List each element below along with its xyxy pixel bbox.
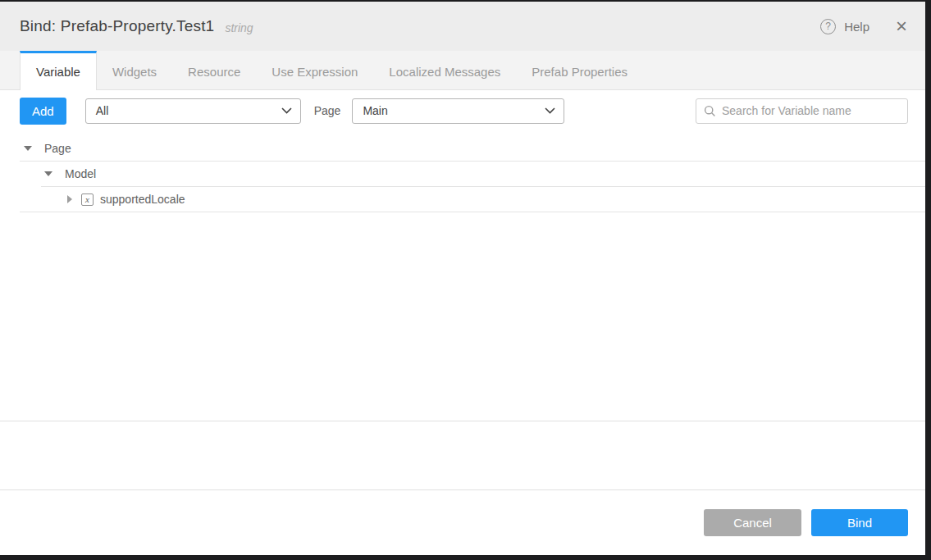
tree-node-supportedlocale[interactable]: x supportedLocale: [0, 187, 925, 212]
add-variable-button[interactable]: Add: [20, 98, 66, 125]
dialog-header: Bind: Prefab-Property.Test1 string ? Hel…: [0, 2, 925, 51]
chevron-down-icon: [545, 107, 555, 114]
variable-filter-value: All: [96, 104, 109, 117]
tab-localized-messages[interactable]: Localized Messages: [373, 51, 516, 89]
cancel-button[interactable]: Cancel: [704, 509, 801, 536]
close-icon[interactable]: ×: [896, 16, 907, 36]
tab-prefab-properties[interactable]: Prefab Properties: [516, 51, 643, 89]
tree-node-model[interactable]: Model: [0, 162, 925, 186]
variable-type-icon: x: [81, 193, 94, 206]
tab-use-expression[interactable]: Use Expression: [256, 51, 373, 89]
header-actions: ? Help ×: [820, 16, 907, 36]
variable-search: [696, 98, 908, 124]
tab-widgets[interactable]: Widgets: [97, 51, 172, 89]
triangle-down-icon[interactable]: [44, 171, 52, 176]
tab-resource[interactable]: Resource: [172, 51, 256, 89]
tree-node-page[interactable]: Page: [0, 136, 925, 161]
triangle-right-icon[interactable]: [66, 195, 74, 203]
dialog-title: Bind: Prefab-Property.Test1: [20, 17, 214, 35]
chevron-down-icon: [281, 107, 292, 114]
tree-node-label: Model: [65, 167, 96, 180]
help-link[interactable]: Help: [844, 20, 869, 34]
page-select-value: Main: [363, 104, 387, 117]
bind-dialog: Bind: Prefab-Property.Test1 string ? Hel…: [0, 2, 925, 555]
dialog-footer: Cancel Bind: [0, 490, 925, 555]
variable-filter-select[interactable]: All: [85, 98, 301, 124]
help-icon[interactable]: ?: [820, 19, 836, 34]
page-select-label: Page: [314, 104, 341, 117]
property-type-hint: string: [225, 18, 253, 34]
tree-node-label: Page: [44, 142, 71, 155]
search-icon: [704, 105, 716, 117]
variable-tree: Page Model x supportedLocale: [0, 131, 925, 421]
page-select[interactable]: Main: [352, 98, 564, 124]
bind-button[interactable]: Bind: [811, 509, 908, 536]
tab-bar: Variable Widgets Resource Use Expression…: [0, 51, 925, 90]
detail-panel-empty: [0, 421, 925, 490]
tree-row-divider: [20, 212, 925, 212]
search-input[interactable]: [722, 104, 901, 117]
triangle-down-icon[interactable]: [24, 146, 32, 151]
tree-node-label: supportedLocale: [100, 193, 185, 206]
variable-toolbar: Add All Page Main: [0, 90, 925, 131]
tab-variable[interactable]: Variable: [20, 51, 97, 90]
